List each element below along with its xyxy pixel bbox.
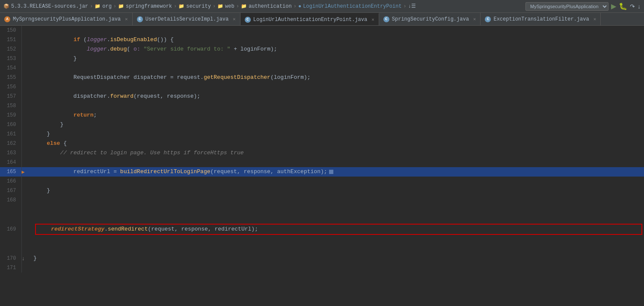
gutter: [21, 177, 30, 186]
tab-icon-springsecurity: C: [383, 16, 389, 22]
debug-button[interactable]: 🐛: [619, 2, 627, 10]
code-view[interactable]: 150 151 if (logger.isDebugEnabled()) { 1…: [0, 26, 644, 306]
line-number: 160: [0, 120, 21, 129]
code-line: dispatcher.forward(request, response);: [30, 92, 644, 101]
gutter: [21, 195, 30, 205]
members-icon[interactable]: ↓☰: [408, 3, 416, 9]
line-number: 155: [0, 73, 21, 82]
table-row: 171: [0, 263, 644, 273]
tab-exception[interactable]: C ExceptionTranslationFilter.java ✕: [481, 13, 601, 26]
breadcrumb-jar[interactable]: 5.3.3.RELEASE-sources.jar: [11, 3, 88, 9]
gutter: [21, 101, 30, 111]
tab-userdetails[interactable]: C UserDetailsServiceImpl.java ✕: [133, 13, 240, 26]
gutter: [21, 111, 30, 120]
table-row: 163 // redirect to login page. Use https…: [0, 148, 644, 158]
app-selector[interactable]: MySpringsecurityPlusApplication: [525, 2, 608, 11]
line-number: 166: [0, 177, 21, 186]
line-number: 170: [0, 254, 21, 263]
gutter: [21, 263, 30, 273]
gutter: [21, 120, 30, 129]
tab-myspringsecurity[interactable]: A MySprngsecurityPlusApplication.java ✕: [0, 13, 133, 26]
step-over-button[interactable]: ↷: [630, 3, 635, 10]
breadcrumb-security[interactable]: security: [186, 3, 211, 9]
breadcrumb-classname[interactable]: LoginUrlAuthenticationEntryPoint: [303, 3, 401, 9]
breadcrumb-authentication[interactable]: authentication: [249, 3, 292, 9]
code-line: [30, 177, 644, 186]
line-number: 162: [0, 139, 21, 148]
gutter: ▶: [21, 167, 30, 177]
line-number: 171: [0, 263, 21, 273]
breadcrumb-org[interactable]: org: [102, 3, 112, 9]
breadcrumb-bar: 📦 5.3.3.RELEASE-sources.jar › 📁 org › 📁 …: [0, 0, 644, 13]
gutter: [21, 26, 30, 35]
pkg-icon-security: 📁: [178, 3, 184, 9]
tab-icon-myspringsecurity: A: [4, 16, 10, 22]
table-row: 158: [0, 101, 644, 111]
table-row-boxed: 169 redirectStrategy.sendRedirect(reques…: [0, 205, 644, 254]
code-line: }: [30, 186, 644, 195]
table-row: 167 }: [0, 186, 644, 195]
sep3: ›: [174, 3, 177, 9]
gutter: [21, 205, 30, 254]
code-line: redirectStrategy.sendRedirect(request, r…: [30, 205, 644, 254]
tab-close-exception[interactable]: ✕: [594, 16, 597, 22]
code-line: [30, 195, 644, 205]
code-line: [30, 82, 644, 92]
step-into-button[interactable]: ↓: [638, 3, 641, 10]
code-line: }: [30, 120, 644, 129]
table-row: 160 }: [0, 120, 644, 129]
breadcrumb-springframework[interactable]: springframework: [126, 3, 172, 9]
run-controls: MySpringsecurityPlusApplication ▶ 🐛 ↷ ↓: [525, 2, 641, 11]
tab-label-userdetails: UserDetailsServiceImpl.java: [145, 16, 229, 22]
code-line: if (logger.isDebugEnabled()) {: [30, 35, 644, 45]
code-line: // redirect to login page. Use https if …: [30, 148, 644, 158]
gutter: [21, 129, 30, 139]
jar-icon: 📦: [3, 3, 9, 9]
line-number: 152: [0, 45, 21, 54]
tab-springsecurity[interactable]: C SpringSecurityConfig.java ✕: [379, 13, 481, 26]
line-number: 157: [0, 92, 21, 101]
line-number: 159: [0, 111, 21, 120]
gutter: [21, 148, 30, 158]
gutter: [21, 82, 30, 92]
code-line: logger.debug( o: "Server side forward to…: [30, 45, 644, 54]
tab-close-userdetails[interactable]: ✕: [233, 16, 236, 22]
scroll-down-icon: ↓: [22, 255, 25, 262]
line-number: 169: [0, 205, 21, 254]
tab-close-myspringsecurity[interactable]: ✕: [125, 16, 128, 22]
code-line: return;: [30, 111, 644, 120]
code-line: [30, 101, 644, 111]
run-button[interactable]: ▶: [611, 2, 616, 10]
code-line: }: [30, 54, 644, 63]
table-row: 157 dispatcher.forward(request, response…: [0, 92, 644, 101]
code-line: }: [30, 254, 644, 263]
editor-area: 150 151 if (logger.isDebugEnabled()) { 1…: [0, 26, 644, 306]
pkg-icon-springframework: 📁: [118, 3, 124, 9]
tab-close-springsecurity[interactable]: ✕: [473, 16, 476, 22]
tab-label-exception: ExceptionTranslationFilter.java: [493, 16, 589, 22]
tabs-bar: A MySprngsecurityPlusApplication.java ✕ …: [0, 13, 644, 26]
debug-arrow: ▶: [22, 169, 25, 175]
gutter: ↓: [21, 254, 30, 263]
table-row: 164: [0, 158, 644, 167]
table-row: 170 ↓ }: [0, 254, 644, 263]
sep7: ›: [404, 3, 407, 9]
sep5: ›: [236, 3, 239, 9]
sep1: ›: [90, 3, 93, 9]
table-row: 155 RequestDispatcher dispatcher = reque…: [0, 73, 644, 82]
gutter: [21, 73, 30, 82]
line-number: 150: [0, 26, 21, 35]
tab-icon-userdetails: C: [137, 16, 143, 22]
tab-icon-exception: C: [485, 16, 491, 22]
code-line: [30, 26, 644, 35]
line-number: 153: [0, 54, 21, 63]
breadcrumb-web[interactable]: web: [225, 3, 234, 9]
tab-label-springsecurity: SpringSecurityConfig.java: [392, 16, 469, 22]
table-row: 150: [0, 26, 644, 35]
line-number: 158: [0, 101, 21, 111]
sep2: ›: [113, 3, 116, 9]
table-row: 152 logger.debug( o: "Server side forwar…: [0, 45, 644, 54]
tab-loginurl[interactable]: C LoginUrlAuthenticationEntryPoint.java …: [240, 13, 379, 26]
table-row: 154: [0, 63, 644, 73]
tab-close-loginurl[interactable]: ✕: [371, 17, 374, 22]
